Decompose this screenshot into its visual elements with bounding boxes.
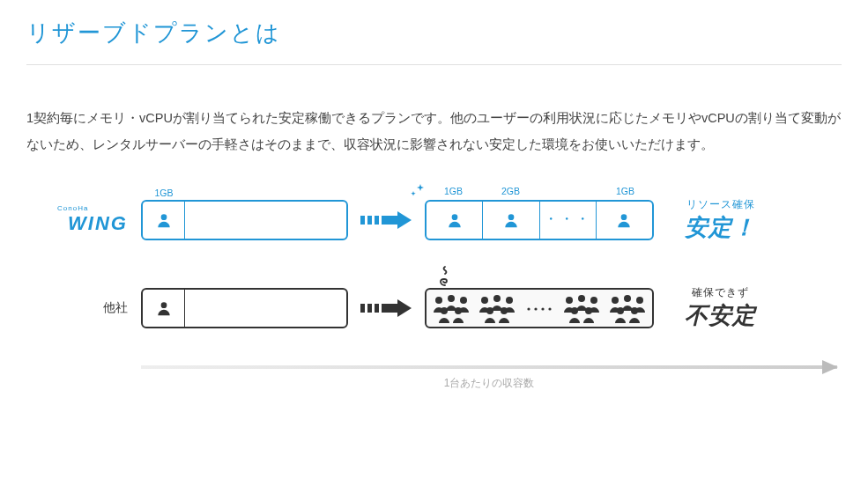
svg-rect-11 [375, 304, 379, 313]
svg-rect-12 [382, 304, 397, 313]
person-icon [502, 211, 520, 229]
svg-point-29 [590, 297, 597, 304]
user-cell [483, 202, 539, 239]
result-sup-text: 確保できず [670, 285, 771, 300]
result-stable: リソース確保 安定！ [670, 197, 771, 243]
svg-point-31 [585, 307, 592, 314]
comparison-diagram: ConoHa WING 1GB 1GB 2GB [26, 189, 842, 391]
svg-point-24 [534, 307, 537, 310]
other-single-server-box [141, 288, 348, 328]
capacity-label [539, 186, 597, 196]
svg-point-5 [451, 214, 457, 220]
wing-multi-server-wrap: 1GB 2GB 1GB ・・・ [425, 200, 654, 240]
svg-point-23 [527, 307, 530, 310]
capacity-label: 1GB [425, 186, 482, 196]
svg-point-26 [548, 307, 551, 310]
arrow-right-icon [360, 210, 413, 231]
svg-point-0 [160, 214, 167, 220]
user-cell [427, 202, 483, 239]
capacity-label: 1GB [143, 188, 185, 198]
ellipsis-cell: ・・・ [540, 202, 597, 239]
other-crowded-server-box [425, 288, 654, 328]
person-icon [615, 211, 633, 229]
user-cell [597, 202, 652, 239]
svg-point-34 [636, 297, 643, 304]
svg-point-14 [448, 295, 455, 302]
axis: 1台あたりの収容数 [141, 365, 837, 391]
svg-rect-3 [375, 216, 379, 225]
svg-point-32 [612, 297, 619, 304]
wing-row: ConoHa WING 1GB 1GB 2GB [26, 189, 842, 251]
axis-bar [141, 365, 837, 369]
sparkle-icon [409, 182, 427, 200]
capacity-label: 2GB [482, 186, 539, 196]
svg-rect-2 [367, 216, 372, 225]
spring-icon [435, 265, 455, 286]
result-sup-text: リソース確保 [670, 197, 771, 212]
user-cell [143, 202, 185, 239]
wing-label: ConoHa WING [26, 204, 141, 235]
svg-point-19 [493, 295, 501, 302]
svg-point-6 [508, 214, 515, 220]
result-main-text: 安定！ [670, 212, 771, 243]
wing-single-server-box: 1GB [141, 200, 348, 240]
section-heading: リザーブドプランとは [26, 18, 842, 65]
svg-rect-4 [382, 216, 397, 225]
svg-point-18 [481, 297, 488, 304]
svg-point-33 [624, 295, 631, 302]
svg-point-35 [617, 307, 624, 314]
description-text: 1契約毎にメモリ・vCPUが割り当てられた安定稼働できるプランです。他のユーザー… [26, 105, 842, 158]
wing-brand-name: WING [41, 212, 128, 234]
axis-label: 1台あたりの収容数 [141, 376, 837, 391]
svg-point-36 [631, 307, 638, 314]
capacity-labels-row: 1GB 2GB 1GB [425, 186, 654, 196]
capacity-label: 1GB [597, 186, 654, 196]
svg-point-21 [486, 307, 493, 314]
person-icon [446, 211, 464, 229]
wing-multi-server-box: ・・・ [425, 200, 654, 240]
arrow-other [353, 298, 419, 319]
svg-point-13 [435, 297, 442, 304]
svg-point-25 [541, 307, 544, 310]
svg-rect-10 [367, 304, 372, 313]
svg-rect-1 [360, 216, 365, 225]
ellipsis-icon: ・・・ [544, 210, 591, 229]
crowd-icon [427, 290, 652, 327]
wing-brand-sup: ConoHa [26, 204, 128, 212]
svg-point-20 [506, 297, 513, 304]
svg-point-28 [578, 295, 585, 302]
other-label: 他社 [26, 300, 141, 316]
other-row: 他社 [26, 277, 842, 339]
svg-point-22 [501, 307, 508, 314]
arrow-wing [353, 210, 419, 231]
user-cell [143, 290, 185, 327]
result-main-text: 不安定 [670, 300, 771, 331]
person-icon [155, 211, 173, 229]
result-unstable: 確保できず 不安定 [670, 285, 771, 331]
svg-point-15 [460, 297, 467, 304]
person-icon [155, 299, 173, 317]
svg-point-16 [441, 307, 448, 314]
svg-point-8 [160, 302, 167, 308]
svg-point-7 [621, 214, 627, 220]
svg-point-17 [455, 307, 462, 314]
svg-point-27 [566, 297, 573, 304]
arrow-right-icon [360, 298, 413, 319]
svg-rect-9 [360, 304, 365, 313]
svg-point-30 [571, 307, 578, 314]
other-multi-server-wrap [425, 288, 654, 328]
